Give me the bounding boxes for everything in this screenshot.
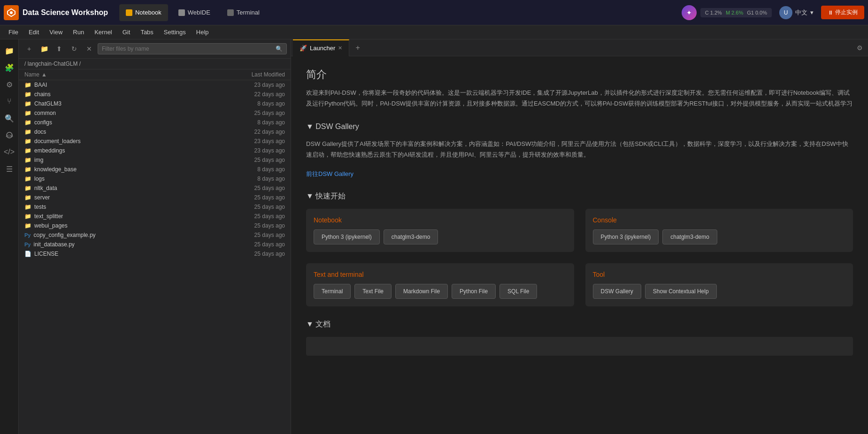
launcher-content: 简介 欢迎来到PAI-DSW，你将迎来一段奇妙的代码体验。这是一款云端机器学习开… — [291, 56, 868, 434]
folder-icon: 📁 — [24, 147, 31, 154]
file-date: 25 days ago — [219, 232, 285, 238]
notebook-python3-button[interactable]: Python 3 (ipykernel) — [314, 229, 380, 244]
list-item[interactable]: 📁 ChatGLM3 8 days ago — [19, 99, 291, 108]
list-item[interactable]: 📁 configs 8 days ago — [19, 118, 291, 127]
list-item[interactable]: 📁 embeddings 23 days ago — [19, 146, 291, 155]
console-python3-button[interactable]: Python 3 (ipykernel) — [593, 229, 659, 244]
tab-webide[interactable]: WebIDE — [172, 4, 217, 21]
list-item[interactable]: 📁 docs 22 days ago — [19, 127, 291, 137]
list-item[interactable]: 📁 webui_pages 25 days ago — [19, 221, 291, 230]
console-card-title: Console — [593, 216, 846, 224]
menu-file[interactable]: File — [4, 27, 23, 38]
sidebar-icon-search[interactable]: 🔍 — [2, 111, 17, 126]
list-item[interactable]: 📁 chains 22 days ago — [19, 90, 291, 99]
dsw-gallery-button[interactable]: DSW Gallery — [593, 284, 641, 299]
list-item[interactable]: 📄 LICENSE 25 days ago — [19, 249, 291, 259]
list-item[interactable]: 📁 logs 8 days ago — [19, 174, 291, 183]
text-terminal-card-title: Text and terminal — [314, 271, 567, 278]
webide-icon — [178, 9, 185, 16]
menu-git[interactable]: Git — [118, 27, 135, 38]
quick-start-header[interactable]: ▼ 快速开始 — [306, 190, 853, 203]
intro-title: 简介 — [306, 68, 853, 82]
sidebar-icon-list[interactable]: ☰ — [2, 161, 17, 176]
tab-launcher[interactable]: 🚀 Launcher ✕ — [293, 39, 349, 56]
folder-icon: 📁 — [24, 110, 31, 116]
notebook-chatglm3-button[interactable]: chatglm3-demo — [384, 229, 438, 244]
list-item[interactable]: Py init_database.py 25 days ago — [19, 240, 291, 249]
user-button[interactable]: U 中文 ▾ — [776, 4, 817, 21]
new-file-button[interactable]: + — [23, 42, 36, 55]
menu-run[interactable]: Run — [68, 27, 89, 38]
file-date: 25 days ago — [219, 185, 285, 191]
sidebar-icon-code[interactable]: </> — [2, 145, 17, 160]
file-panel: + 📁 ⬆ ↻ ✕ 🔍 / langchain-ChatGLM / Name ▲… — [19, 39, 291, 434]
main-area: 📁 🧩 ⚙ ⑂ 🔍 JOB </> ☰ + 📁 ⬆ ↻ ✕ 🔍 / langch… — [0, 39, 868, 434]
folder-icon: 📁 — [24, 119, 31, 126]
file-name: document_loaders — [34, 138, 219, 145]
list-item[interactable]: 📁 BAAI 23 days ago — [19, 80, 291, 90]
sidebar-icon-extensions[interactable]: 🧩 — [2, 60, 17, 75]
tool-card: Tool DSW Gallery Show Contextual Help — [585, 263, 853, 306]
list-item[interactable]: 📁 knowledge_base 8 days ago — [19, 165, 291, 174]
file-date: 25 days ago — [219, 204, 285, 210]
clear-button[interactable]: ✕ — [83, 42, 96, 55]
folder-icon: 📁 — [24, 100, 31, 107]
memory-label: M 2.6% — [726, 10, 743, 15]
file-icon: 📄 — [24, 251, 31, 257]
sidebar-icon-job[interactable]: JOB — [2, 128, 17, 143]
file-date: 25 days ago — [219, 110, 285, 116]
list-item[interactable]: 📁 img 25 days ago — [19, 155, 291, 165]
menu-help[interactable]: Help — [192, 27, 214, 38]
menu-edit[interactable]: Edit — [24, 27, 44, 38]
search-input[interactable] — [102, 46, 273, 52]
refresh-button[interactable]: ↻ — [68, 42, 81, 55]
folder-icon: 📁 — [24, 222, 31, 229]
tab-terminal-top[interactable]: Terminal — [221, 4, 266, 21]
column-name-header[interactable]: Name ▲ — [24, 71, 219, 78]
console-chatglm3-button[interactable]: chatglm3-demo — [662, 229, 717, 244]
sidebar-icon-settings[interactable]: ⚙ — [2, 77, 17, 92]
file-name: chains — [34, 91, 219, 98]
tab-settings-button[interactable]: ⚙ — [853, 41, 866, 54]
markdown-file-button[interactable]: Markdown File — [395, 284, 448, 299]
notebook-buttons: Python 3 (ipykernel) chatglm3-demo — [314, 229, 567, 244]
column-date-header: Last Modified — [219, 71, 285, 78]
contextual-help-button[interactable]: Show Contextual Help — [645, 284, 717, 299]
stop-instance-button[interactable]: ⏸ 停止实例 — [821, 6, 864, 19]
text-file-button[interactable]: Text File — [354, 284, 392, 299]
breadcrumb: / langchain-ChatGLM / — [19, 59, 291, 69]
tab-notebook[interactable]: Notebook — [119, 4, 168, 21]
dsw-gallery-section: ▼ DSW Gallery DSW Gallery提供了AI研发场景下的丰富的案… — [306, 121, 853, 178]
docs-header[interactable]: ▼ 文档 — [306, 318, 853, 331]
menu-settings[interactable]: Settings — [159, 27, 191, 38]
tab-close-button[interactable]: ✕ — [338, 45, 342, 51]
file-date: 8 days ago — [219, 175, 285, 182]
file-date: 25 days ago — [219, 222, 285, 229]
sidebar-icon-files[interactable]: 📁 — [2, 43, 17, 58]
file-date: 25 days ago — [219, 213, 285, 220]
list-item[interactable]: 📁 common 25 days ago — [19, 108, 291, 118]
list-item[interactable]: 📁 server 25 days ago — [19, 193, 291, 202]
list-item[interactable]: 📁 nltk_data 25 days ago — [19, 183, 291, 193]
open-folder-button[interactable]: 📁 — [38, 42, 51, 55]
list-item[interactable]: Py copy_config_example.py 25 days ago — [19, 230, 291, 240]
file-name: img — [34, 157, 219, 163]
menu-view[interactable]: View — [45, 27, 67, 38]
ai-button[interactable]: ✦ — [682, 5, 697, 20]
terminal-button[interactable]: Terminal — [314, 284, 351, 299]
list-item[interactable]: 📁 text_splitter 25 days ago — [19, 212, 291, 221]
upload-button[interactable]: ⬆ — [53, 42, 66, 55]
file-date: 23 days ago — [219, 82, 285, 88]
sql-file-button[interactable]: SQL File — [499, 284, 537, 299]
python-file-button[interactable]: Python File — [452, 284, 496, 299]
list-item[interactable]: 📁 tests 25 days ago — [19, 202, 291, 212]
dsw-gallery-link[interactable]: 前往DSW Gallery — [306, 170, 353, 177]
sidebar-icon-git[interactable]: ⑂ — [2, 94, 17, 109]
menu-tabs[interactable]: Tabs — [136, 27, 158, 38]
dsw-gallery-header[interactable]: ▼ DSW Gallery — [306, 121, 853, 133]
add-tab-button[interactable]: + — [351, 41, 364, 54]
file-name: text_splitter — [34, 213, 219, 220]
menu-kernel[interactable]: Kernel — [90, 27, 117, 38]
list-item[interactable]: 📁 document_loaders 23 days ago — [19, 137, 291, 146]
topbar: Data Science Workshop Notebook WebIDE Te… — [0, 0, 868, 25]
